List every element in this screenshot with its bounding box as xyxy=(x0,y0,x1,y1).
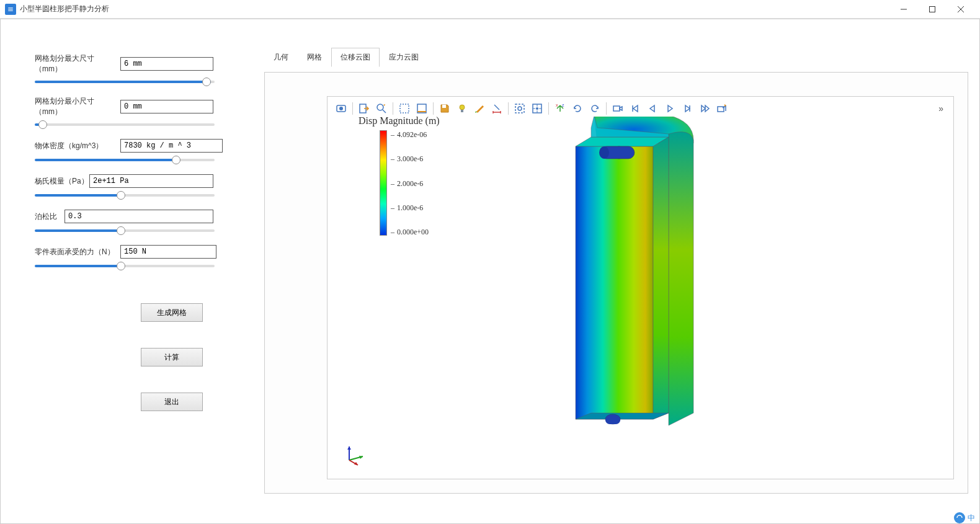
toolbar-separator xyxy=(548,102,549,115)
select-box-icon[interactable] xyxy=(397,101,412,116)
svg-point-9 xyxy=(460,105,465,110)
svg-rect-1 xyxy=(930,6,935,12)
screenshot-icon[interactable] xyxy=(334,101,349,116)
zoom-fit-icon[interactable] xyxy=(374,101,389,116)
model-3d-view[interactable] xyxy=(507,109,743,444)
svg-point-14 xyxy=(536,107,538,110)
select-region-icon[interactable] xyxy=(414,101,429,116)
svg-rect-23 xyxy=(605,415,620,424)
window-controls xyxy=(889,0,975,19)
legend-labels: 4.092e-06 3.000e-6 2.000e-6 1.000e-6 0.0… xyxy=(391,130,429,237)
legend-tick: 3.000e-6 xyxy=(391,154,429,164)
poisson-input[interactable] xyxy=(65,210,213,223)
density-label: 物体密度（kg/m^3） xyxy=(35,141,120,151)
tab-geometry[interactable]: 几何 xyxy=(264,48,298,67)
exit-button[interactable]: 退出 xyxy=(141,393,203,411)
min-mesh-slider[interactable] xyxy=(35,123,215,126)
legend-tick: 0.000e+00 xyxy=(391,228,429,237)
titlebar: 小型半圆柱形把手静力分析 xyxy=(0,0,980,19)
force-label: 零件表面承受的力（N） xyxy=(35,247,120,257)
ime-indicator: 中 xyxy=(949,512,980,524)
legend-tick: 2.000e-6 xyxy=(391,179,429,189)
target-icon[interactable] xyxy=(530,101,545,116)
svg-rect-17 xyxy=(613,106,620,111)
axis-triad-icon xyxy=(343,442,368,466)
generate-mesh-button[interactable]: 生成网格 xyxy=(141,303,203,322)
save-view-icon[interactable] xyxy=(437,101,452,116)
toolbar-overflow-icon[interactable]: » xyxy=(935,104,947,113)
youngs-label: 杨氏模量（Pa） xyxy=(35,176,89,187)
force-input[interactable] xyxy=(120,245,216,259)
svg-rect-8 xyxy=(442,105,446,108)
legend-tick: 4.092e-06 xyxy=(391,130,429,140)
last-icon[interactable] xyxy=(697,101,712,116)
rotate-cw-icon[interactable] xyxy=(587,101,602,116)
tab-mesh[interactable]: 网格 xyxy=(298,48,331,67)
app-icon xyxy=(5,4,16,15)
prev-icon[interactable] xyxy=(645,101,660,116)
export-icon[interactable] xyxy=(357,101,372,116)
svg-rect-6 xyxy=(400,104,409,113)
max-mesh-input[interactable] xyxy=(120,57,213,71)
viewport: xz » Disp Magnitude (m) xyxy=(264,72,968,494)
svg-point-21 xyxy=(599,146,609,159)
legend: Disp Magnitude (m) 4.092e-06 3.000e-6 2.… xyxy=(359,115,440,237)
max-mesh-label: 网格划分最大尺寸（mm） xyxy=(35,53,120,74)
poisson-label: 泊松比 xyxy=(35,211,65,222)
legend-title: Disp Magnitude (m) xyxy=(359,115,440,127)
svg-point-12 xyxy=(518,107,522,110)
close-button[interactable] xyxy=(947,0,975,19)
rotate-ccw-icon[interactable] xyxy=(570,101,585,116)
svg-rect-10 xyxy=(461,110,463,112)
ime-icon xyxy=(954,512,965,523)
viewport-content[interactable]: xz » Disp Magnitude (m) xyxy=(327,96,954,479)
tab-displacement[interactable]: 位移云图 xyxy=(331,48,380,67)
svg-point-3 xyxy=(339,107,343,110)
tab-stress[interactable]: 应力云图 xyxy=(380,48,428,67)
min-mesh-label: 网格划分最小尺寸（mm） xyxy=(35,96,120,117)
svg-text:z: z xyxy=(562,103,564,107)
legend-color-bar xyxy=(380,130,387,236)
svg-text:x: x xyxy=(556,103,558,107)
maximize-button[interactable] xyxy=(918,0,947,19)
play-icon[interactable] xyxy=(662,101,677,116)
tabs: 几何 网格 位移云图 应力云图 xyxy=(264,48,968,67)
main-container: 网格划分最大尺寸（mm） 网格划分最小尺寸（mm） 物体密度（kg/m^3） 杨… xyxy=(0,19,980,524)
window-title: 小型半圆柱形把手静力分析 xyxy=(20,4,109,14)
youngs-slider[interactable] xyxy=(35,194,215,197)
rotate-axis-icon[interactable]: xz xyxy=(553,101,568,116)
camera-icon[interactable] xyxy=(610,101,625,116)
svg-point-5 xyxy=(377,104,383,110)
next-icon[interactable] xyxy=(680,101,695,116)
light-icon[interactable] xyxy=(455,101,470,116)
first-icon[interactable] xyxy=(628,101,643,116)
minimize-button[interactable] xyxy=(889,0,918,19)
view-panel: 几何 网格 位移云图 应力云图 xyxy=(264,19,979,523)
calculate-button[interactable]: 计算 xyxy=(141,348,203,366)
youngs-input[interactable] xyxy=(89,174,213,188)
toolbar-separator xyxy=(433,102,434,115)
export-anim-icon[interactable] xyxy=(715,101,729,116)
svg-rect-11 xyxy=(515,104,524,113)
toolbar-separator xyxy=(352,102,353,115)
density-slider[interactable] xyxy=(35,159,215,161)
toolbar-separator xyxy=(393,102,393,115)
min-mesh-input[interactable] xyxy=(120,100,213,113)
parameters-panel: 网格划分最大尺寸（mm） 网格划分最小尺寸（mm） 物体密度（kg/m^3） 杨… xyxy=(1,19,264,523)
brush-icon[interactable] xyxy=(472,101,487,116)
force-slider[interactable] xyxy=(35,265,215,267)
legend-tick: 1.000e-6 xyxy=(391,203,429,213)
max-mesh-slider[interactable] xyxy=(35,81,215,83)
toolbar-separator xyxy=(606,102,607,115)
density-input[interactable] xyxy=(120,139,223,153)
fit-window-icon[interactable] xyxy=(512,101,527,116)
poisson-slider[interactable] xyxy=(35,229,215,232)
dimension-icon[interactable] xyxy=(489,101,504,116)
ime-text: 中 xyxy=(968,513,975,523)
toolbar-separator xyxy=(508,102,509,115)
viewport-toolbar: xz » xyxy=(331,100,950,117)
